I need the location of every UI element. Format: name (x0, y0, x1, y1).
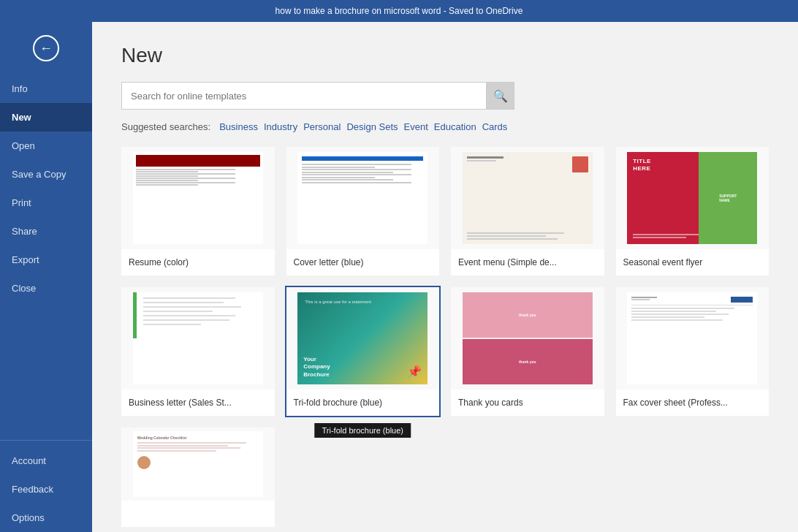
template-label-event: Event menu (Simple de... (451, 249, 604, 276)
resume-line-3 (136, 173, 235, 175)
fax-body-line-1 (631, 308, 734, 309)
biz-line-7 (143, 324, 201, 325)
tag-cards[interactable]: Cards (482, 121, 508, 132)
cover-line-2 (302, 167, 375, 168)
wedding-line-2 (137, 445, 229, 446)
wedding-line-1 (137, 442, 246, 444)
event-lines (467, 156, 503, 162)
template-thumb-wedding: Wedding Calendar Checklist (121, 428, 275, 501)
template-item-thankyou[interactable]: thank you thank you Thank you cards (451, 287, 604, 416)
template-item-fax[interactable]: Fax cover sheet (Profess... (616, 287, 770, 416)
seasonal-line-2 (633, 237, 686, 238)
search-bar: 🔍 (121, 82, 769, 110)
template-item-biz[interactable]: Business letter (Sales St... (121, 287, 275, 416)
event-preview (463, 152, 593, 244)
sidebar-item-feedback[interactable]: Feedback (0, 475, 92, 503)
sidebar-item-print[interactable]: Print (0, 189, 92, 217)
wedding-title-text: Wedding Calendar Checklist (137, 436, 259, 440)
template-thumb-resume (121, 147, 275, 249)
template-item-resume[interactable]: Resume (color) (121, 147, 275, 276)
template-wrapper-event: Event menu (Simple de... (451, 147, 604, 276)
tag-industry[interactable]: Industry (264, 121, 297, 132)
event-body-line-1 (467, 232, 564, 234)
tag-education[interactable]: Education (434, 121, 476, 132)
sidebar-item-info[interactable]: Info (0, 75, 92, 103)
search-input[interactable] (121, 82, 487, 110)
tag-design-sets[interactable]: Design Sets (346, 121, 398, 132)
template-item-seasonal[interactable]: TITLEHERE SUPPORTNAME Seasonal event fly… (616, 147, 770, 276)
tag-personal[interactable]: Personal (303, 121, 341, 132)
resume-line-5 (136, 178, 235, 179)
template-wrapper-fax: Fax cover sheet (Profess... (616, 287, 770, 416)
search-icon: 🔍 (493, 89, 508, 103)
event-body-line-3 (467, 238, 558, 240)
sidebar-item-save-copy[interactable]: Save a Copy (0, 160, 92, 189)
biz-line-5 (143, 315, 235, 316)
template-label-biz: Business letter (Sales St... (121, 390, 275, 416)
thankyou-top: thank you (463, 292, 593, 338)
template-thumb-trifold: This is a great use for a statement Your… (286, 287, 440, 390)
template-item-trifold[interactable]: This is a great use for a statement Your… (286, 287, 440, 416)
sidebar-item-export[interactable]: Export (0, 246, 92, 274)
sidebar-item-account[interactable]: Account (0, 446, 92, 475)
resume-line-1 (136, 169, 235, 170)
suggested-searches: Suggested searches: Business Industry Pe… (121, 121, 769, 132)
biz-line-6 (143, 319, 230, 321)
template-item-cover[interactable]: Cover letter (blue) (286, 147, 440, 276)
sidebar: ← Info New Open Save a Copy Print Share … (0, 22, 92, 532)
biz-line-4 (143, 311, 213, 312)
sidebar-item-options[interactable]: Options (0, 503, 92, 532)
sidebar-item-new[interactable]: New (0, 103, 92, 132)
wedding-line-4 (137, 450, 216, 452)
event-body-line-2 (467, 235, 546, 237)
template-item-event[interactable]: Event menu (Simple de... (451, 147, 604, 276)
template-label-wedding (121, 501, 275, 527)
back-circle-icon: ← (33, 35, 59, 61)
thankyou-preview: thank you thank you (463, 292, 593, 384)
template-wrapper-wedding: Wedding Calendar Checklist (121, 428, 275, 527)
wedding-line-3 (137, 447, 240, 449)
template-item-wedding[interactable]: Wedding Calendar Checklist (121, 428, 275, 527)
resume-line-7 (136, 182, 235, 183)
resume-line-8 (136, 184, 198, 186)
fax-h-line-2 (631, 299, 650, 300)
template-wrapper-seasonal: TITLEHERE SUPPORTNAME Seasonal event fly… (616, 147, 770, 276)
fax-body-line-3 (631, 314, 729, 315)
cover-line-8 (302, 182, 411, 183)
wedding-footer (137, 456, 259, 469)
trifold-preview: This is a great use for a statement Your… (297, 292, 428, 384)
template-label-trifold: Tri-fold brochure (blue) (286, 390, 440, 416)
tag-business[interactable]: Business (219, 121, 258, 132)
resume-line-4 (136, 175, 198, 177)
tag-event[interactable]: Event (404, 121, 428, 132)
fax-body-line-5 (631, 319, 723, 321)
seasonal-support-text: SUPPORTNAME (719, 194, 737, 202)
fax-body-line-2 (631, 311, 716, 312)
suggested-label: Suggested searches: (121, 121, 210, 132)
sidebar-item-open[interactable]: Open (0, 132, 92, 160)
template-wrapper-thankyou: thank you thank you Thank you cards (451, 287, 604, 416)
cover-line-6 (302, 177, 375, 178)
biz-lines (143, 297, 259, 326)
template-wrapper-resume: Resume (color) (121, 147, 275, 276)
fax-body-line-4 (631, 316, 704, 318)
biz-line-3 (143, 306, 241, 308)
template-thumb-event (451, 147, 604, 249)
biz-line-1 (143, 297, 235, 299)
cover-line-4 (302, 172, 393, 173)
sidebar-item-close[interactable]: Close (0, 274, 92, 303)
fax-preview (627, 292, 757, 384)
cover-header (302, 156, 423, 161)
cover-line-7 (302, 179, 393, 180)
event-header (467, 156, 588, 172)
template-thumb-fax (616, 287, 770, 390)
templates-grid: Resume (color) (121, 147, 769, 527)
back-button[interactable]: ← (0, 22, 92, 75)
template-wrapper-cover: Cover letter (blue) (286, 147, 440, 276)
search-button[interactable]: 🔍 (487, 82, 514, 110)
seasonal-preview: TITLEHERE SUPPORTNAME (627, 152, 757, 244)
trifold-tagline: This is a great use for a statement (305, 300, 420, 304)
sidebar-item-share[interactable]: Share (0, 217, 92, 246)
cover-line-5 (302, 174, 411, 175)
thankyou-text-2: thank you (519, 360, 536, 364)
